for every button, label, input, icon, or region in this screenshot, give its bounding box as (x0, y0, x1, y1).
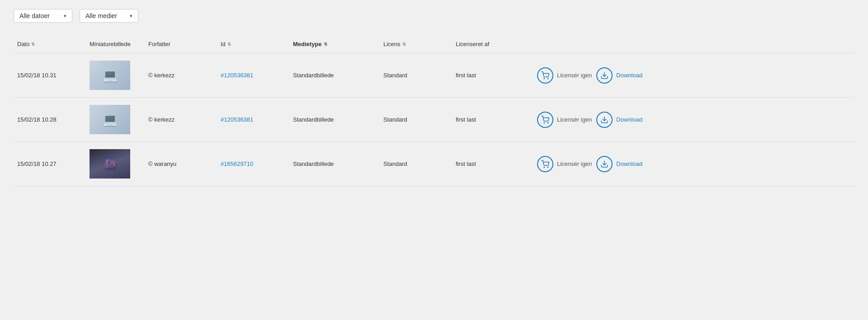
cell-medietype-3: Standardbillede (289, 159, 380, 169)
download-label-1[interactable]: Download (616, 72, 642, 79)
download-label-2[interactable]: Download (616, 116, 642, 123)
actions-cell-3: Licensér igen Download (533, 154, 854, 174)
svg-point-4 (547, 122, 548, 123)
relicense-label-2: Licensér igen (557, 116, 592, 123)
col-header-actions (533, 39, 854, 49)
svg-point-7 (547, 167, 548, 168)
relicense-btn-1[interactable]: Licensér igen (537, 67, 592, 84)
id-sort-icon: ⇅ (227, 42, 231, 47)
table-row: 15/02/18 10.27 © waranyu #165629710 Stan… (14, 142, 854, 186)
download-btn-3[interactable]: Download (596, 156, 642, 172)
download-btn-1[interactable]: Download (596, 67, 642, 84)
cell-dato-2: 15/02/18 10.28 (14, 114, 86, 125)
cell-forfatter-2: © kerkezz (145, 114, 217, 125)
cell-licenseret-af-1: first last (452, 70, 533, 80)
col-header-id[interactable]: Id ⇅ (217, 39, 289, 49)
cell-licenseret-af-3: first last (452, 159, 533, 169)
media-filter-chevron-icon: ▾ (130, 13, 132, 19)
dato-sort-icon: ⇅ (31, 42, 35, 47)
cell-licens-1: Standard (380, 70, 452, 80)
relicense-label-1: Licensér igen (557, 72, 592, 79)
date-filter-dropdown[interactable]: Alle datoer ▾ (14, 9, 72, 23)
relicense-icon-3[interactable] (537, 156, 553, 172)
col-header-licenseret-af: Licenseret af (452, 39, 533, 49)
cell-forfatter-3: © waranyu (145, 159, 217, 169)
cell-licens-3: Standard (380, 159, 452, 169)
download-icon-3[interactable] (596, 156, 613, 172)
relicense-btn-2[interactable]: Licensér igen (537, 112, 592, 128)
thumbnail-image-3 (90, 149, 130, 179)
cell-licens-2: Standard (380, 114, 452, 125)
table-container: Dato ⇅ Miniaturebillede Forfatter Id ⇅ M… (14, 35, 854, 186)
filters-row: Alle datoer ▾ Alle medier ▾ (14, 9, 854, 23)
download-btn-2[interactable]: Download (596, 112, 642, 128)
col-header-miniaturebillede: Miniaturebillede (86, 39, 145, 49)
download-label-3[interactable]: Download (616, 160, 642, 167)
table-row: 15/02/18 10.31 © kerkezz #120536381 Stan… (14, 53, 854, 98)
cell-dato-3: 15/02/18 10.27 (14, 159, 86, 169)
media-filter-label: Alle medier (85, 12, 117, 19)
cell-forfatter-1: © kerkezz (145, 70, 217, 80)
relicense-icon-1[interactable] (537, 67, 553, 84)
table-header: Dato ⇅ Miniaturebillede Forfatter Id ⇅ M… (14, 35, 854, 53)
col-header-licens[interactable]: Licens ⇅ (380, 39, 452, 49)
media-filter-dropdown[interactable]: Alle medier ▾ (80, 9, 138, 23)
cell-dato-1: 15/02/18 10.31 (14, 70, 86, 80)
licens-sort-icon: ⇅ (402, 42, 406, 47)
cell-id-3[interactable]: #165629710 (217, 159, 289, 169)
page-container: Alle datoer ▾ Alle medier ▾ Dato ⇅ Minia… (0, 0, 868, 195)
cell-id-1[interactable]: #120536381 (217, 70, 289, 80)
svg-point-3 (544, 122, 545, 123)
medietype-sort-icon: ⇅ (324, 42, 327, 47)
col-header-dato[interactable]: Dato ⇅ (14, 39, 86, 49)
table-row: 15/02/18 10.28 © kerkezz #120536381 Stan… (14, 98, 854, 142)
date-filter-chevron-icon: ▾ (64, 13, 66, 19)
svg-point-6 (544, 167, 545, 168)
cell-medietype-2: Standardbillede (289, 114, 380, 125)
svg-point-1 (547, 78, 548, 79)
cell-thumbnail-3 (86, 147, 145, 180)
date-filter-label: Alle datoer (19, 12, 50, 19)
relicense-btn-3[interactable]: Licensér igen (537, 156, 592, 172)
cell-id-2[interactable]: #120536381 (217, 114, 289, 125)
actions-cell-1: Licensér igen Download (533, 66, 854, 85)
thumbnail-image-1 (90, 61, 130, 90)
thumbnail-image-2 (90, 105, 130, 134)
svg-point-0 (544, 78, 545, 79)
cell-medietype-1: Standardbillede (289, 70, 380, 80)
relicense-icon-2[interactable] (537, 112, 553, 128)
col-header-medietype[interactable]: Medietype ⇅ (289, 39, 380, 49)
download-icon-2[interactable] (596, 112, 613, 128)
relicense-label-3: Licensér igen (557, 160, 592, 167)
actions-cell-2: Licensér igen Download (533, 110, 854, 130)
download-icon-1[interactable] (596, 67, 613, 84)
cell-thumbnail-1 (86, 59, 145, 92)
cell-licenseret-af-2: first last (452, 114, 533, 125)
cell-thumbnail-2 (86, 103, 145, 136)
col-header-forfatter: Forfatter (145, 39, 217, 49)
